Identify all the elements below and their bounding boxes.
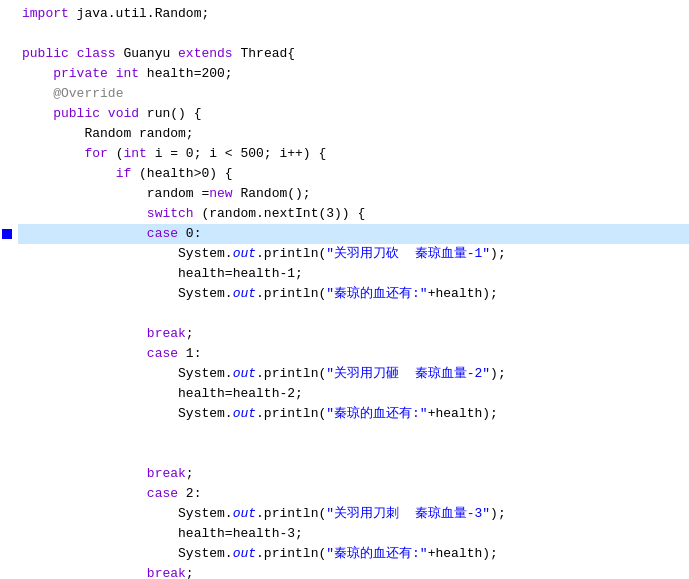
line-gutter-5: [0, 84, 18, 104]
code-line-28: System.out.println("秦琼的血还有:"+health);: [0, 544, 689, 564]
code-line-19: System.out.println("关羽用刀砸 秦琼血量-2");: [0, 364, 689, 384]
code-line-1: import java.util.Random;: [0, 4, 689, 24]
line-content-20: health=health-2;: [18, 384, 689, 404]
code-line-25: case 2:: [0, 484, 689, 504]
code-line-5: @Override: [0, 84, 689, 104]
line-gutter-17: [0, 324, 18, 344]
line-content-18: case 1:: [18, 344, 689, 364]
code-area: import java.util.Random; public class Gu…: [0, 0, 689, 579]
line-gutter-10: [0, 184, 18, 204]
line-content-1: import java.util.Random;: [18, 4, 689, 24]
line-content-4: private int health=200;: [18, 64, 689, 84]
line-content-25: case 2:: [18, 484, 689, 504]
code-line-21: System.out.println("秦琼的血还有:"+health);: [0, 404, 689, 424]
line-gutter-1: [0, 4, 18, 24]
line-content-24: break;: [18, 464, 689, 484]
line-gutter-15: [0, 284, 18, 304]
line-gutter-29: [0, 564, 18, 579]
line-content-2: [18, 24, 689, 44]
code-line-27: health=health-3;: [0, 524, 689, 544]
line-content-26: System.out.println("关羽用刀刺 秦琼血量-3");: [18, 504, 689, 524]
code-line-15: System.out.println("秦琼的血还有:"+health);: [0, 284, 689, 304]
code-line-22: [0, 424, 689, 444]
code-line-9: if (health>0) {: [0, 164, 689, 184]
line-content-10: random =new Random();: [18, 184, 689, 204]
code-line-18: case 1:: [0, 344, 689, 364]
line-gutter-7: [0, 124, 18, 144]
line-gutter-19: [0, 364, 18, 384]
line-content-9: if (health>0) {: [18, 164, 689, 184]
line-gutter-3: [0, 44, 18, 64]
line-gutter-12: [0, 224, 18, 244]
code-line-29: break;: [0, 564, 689, 579]
line-gutter-22: [0, 424, 18, 444]
line-content-15: System.out.println("秦琼的血还有:"+health);: [18, 284, 689, 304]
line-gutter-21: [0, 404, 18, 424]
line-content-12: case 0:: [18, 224, 689, 244]
breakpoint-12: [2, 229, 12, 239]
line-gutter-2: [0, 24, 18, 44]
line-content-7: Random random;: [18, 124, 689, 144]
line-content-8: for (int i = 0; i < 500; i++) {: [18, 144, 689, 164]
code-line-6: public void run() {: [0, 104, 689, 124]
code-line-17: break;: [0, 324, 689, 344]
code-line-3: public class Guanyu extends Thread{: [0, 44, 689, 64]
code-line-20: health=health-2;: [0, 384, 689, 404]
line-content-3: public class Guanyu extends Thread{: [18, 44, 689, 64]
line-gutter-6: [0, 104, 18, 124]
line-content-29: break;: [18, 564, 689, 579]
line-content-17: break;: [18, 324, 689, 344]
line-gutter-28: [0, 544, 18, 564]
line-content-21: System.out.println("秦琼的血还有:"+health);: [18, 404, 689, 424]
line-content-19: System.out.println("关羽用刀砸 秦琼血量-2");: [18, 364, 689, 384]
line-content-22: [18, 424, 689, 444]
line-gutter-20: [0, 384, 18, 404]
line-gutter-14: [0, 264, 18, 284]
line-gutter-18: [0, 344, 18, 364]
code-line-23: [0, 444, 689, 464]
code-line-2: [0, 24, 689, 44]
line-gutter-23: [0, 444, 18, 464]
line-gutter-13: [0, 244, 18, 264]
line-content-23: [18, 444, 689, 464]
line-content-11: switch (random.nextInt(3)) {: [18, 204, 689, 224]
line-gutter-11: [0, 204, 18, 224]
line-gutter-16: [0, 304, 18, 324]
line-content-16: [18, 304, 689, 324]
line-gutter-27: [0, 524, 18, 544]
code-line-11: switch (random.nextInt(3)) {: [0, 204, 689, 224]
code-line-8: for (int i = 0; i < 500; i++) {: [0, 144, 689, 164]
line-content-13: System.out.println("关羽用刀砍 秦琼血量-1");: [18, 244, 689, 264]
line-gutter-26: [0, 504, 18, 524]
line-content-27: health=health-3;: [18, 524, 689, 544]
line-content-14: health=health-1;: [18, 264, 689, 284]
line-content-5: @Override: [18, 84, 689, 104]
line-content-6: public void run() {: [18, 104, 689, 124]
line-gutter-4: [0, 64, 18, 84]
code-line-12: case 0:: [0, 224, 689, 244]
code-line-14: health=health-1;: [0, 264, 689, 284]
line-gutter-9: [0, 164, 18, 184]
code-line-7: Random random;: [0, 124, 689, 144]
line-gutter-25: [0, 484, 18, 504]
line-content-28: System.out.println("秦琼的血还有:"+health);: [18, 544, 689, 564]
code-line-16: [0, 304, 689, 324]
code-line-10: random =new Random();: [0, 184, 689, 204]
code-line-24: break;: [0, 464, 689, 484]
line-gutter-8: [0, 144, 18, 164]
code-editor: import java.util.Random; public class Gu…: [0, 0, 689, 579]
code-line-4: private int health=200;: [0, 64, 689, 84]
code-line-26: System.out.println("关羽用刀刺 秦琼血量-3");: [0, 504, 689, 524]
line-gutter-24: [0, 464, 18, 484]
code-line-13: System.out.println("关羽用刀砍 秦琼血量-1");: [0, 244, 689, 264]
